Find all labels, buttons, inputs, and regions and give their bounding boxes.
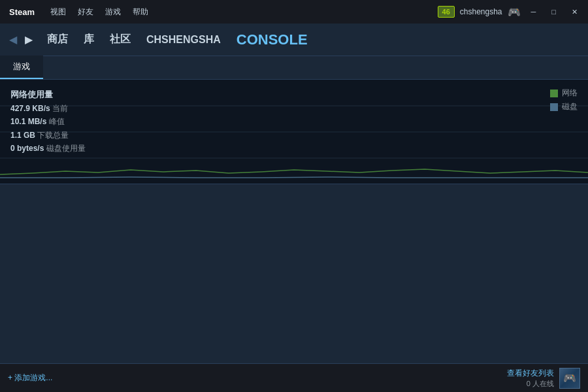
stat-peak-value: 10.1 MB/s: [10, 117, 46, 126]
friend-list-button[interactable]: 查看好友列表: [507, 368, 554, 379]
legend-network: 网络: [550, 88, 578, 99]
legend-network-color: [550, 90, 558, 97]
stat-peak-label: 峰值: [49, 117, 65, 126]
tab-games[interactable]: 游戏: [0, 56, 43, 79]
main-content: 网络使用量 427.9 KB/s 当前 10.1 MB/s 峰值 1.1 GB …: [0, 80, 588, 377]
friend-online-count: 0 人在线: [507, 379, 554, 389]
avatar-image: 🎮: [560, 368, 580, 388]
legend-network-label: 网络: [562, 88, 578, 99]
stat-disk: 0 bytes/s 磁盘使用量: [10, 142, 86, 155]
minimize-button[interactable]: ─: [526, 5, 542, 18]
add-game-button[interactable]: + 添加游戏...: [8, 372, 52, 384]
nav-community[interactable]: 社区: [103, 27, 137, 52]
legend-disk-color: [550, 103, 558, 111]
close-button[interactable]: ✕: [566, 5, 583, 19]
stat-peak: 10.1 MB/s 峰值: [10, 115, 86, 128]
nav-username[interactable]: CHSHENGSHA: [140, 29, 227, 51]
legend-disk-label: 磁盘: [562, 101, 578, 112]
friend-avatar[interactable]: 🎮: [559, 368, 580, 389]
friend-section: 查看好友列表 0 人在线 🎮: [507, 368, 580, 389]
menu-help[interactable]: 帮助: [127, 4, 154, 20]
nav-store[interactable]: 商店: [41, 27, 74, 52]
chart-area: 网络使用量 427.9 KB/s 当前 10.1 MB/s 峰值 1.1 GB …: [0, 80, 588, 184]
steam-logo[interactable]: Steam: [5, 6, 39, 18]
stats-overlay: 网络使用量 427.9 KB/s 当前 10.1 MB/s 峰值 1.1 GB …: [10, 88, 86, 155]
stat-total-label: 下载总量: [37, 131, 69, 140]
chart-legend: 网络 磁盘: [550, 88, 578, 112]
menu-games[interactable]: 游戏: [100, 4, 126, 20]
back-arrow[interactable]: ◀: [7, 31, 20, 48]
stat-current-value: 427.9 KB/s: [10, 104, 50, 113]
controller-icon[interactable]: 🎮: [508, 6, 521, 18]
nav-console[interactable]: CONSOLE: [230, 26, 314, 54]
titlebar: Steam 视图 好友 游戏 帮助 46 chshengsha 🎮 ─ □ ✕: [0, 0, 588, 24]
tabbar: 游戏: [0, 56, 588, 80]
nav-library[interactable]: 库: [77, 27, 101, 52]
stat-current: 427.9 KB/s 当前: [10, 102, 86, 115]
navbar: ◀ ▶ 商店 库 社区 CHSHENGSHA CONSOLE: [0, 24, 588, 56]
stat-current-label: 当前: [52, 104, 68, 113]
forward-arrow[interactable]: ▶: [22, 31, 35, 48]
bottombar: + 添加游戏... 查看好友列表 0 人在线 🎮: [0, 363, 588, 392]
titlebar-right: 46 chshengsha 🎮 ─ □ ✕: [438, 5, 583, 19]
friend-info: 查看好友列表 0 人在线: [507, 368, 554, 389]
nav-links: 商店 库 社区 CHSHENGSHA CONSOLE: [41, 26, 314, 54]
stat-total: 1.1 GB 下载总量: [10, 129, 86, 142]
menu-friends[interactable]: 好友: [73, 4, 99, 20]
nav-arrows: ◀ ▶: [7, 31, 35, 48]
legend-disk: 磁盘: [550, 101, 578, 112]
stat-disk-value: 0 bytes/s: [10, 144, 44, 153]
chart-title: 网络使用量: [10, 88, 86, 102]
menu-view[interactable]: 视图: [45, 4, 71, 20]
username-label: chshengsha: [460, 7, 502, 16]
empty-area: [0, 184, 588, 377]
stat-disk-label: 磁盘使用量: [46, 144, 86, 153]
titlebar-menu: 视图 好友 游戏 帮助: [45, 4, 438, 20]
notification-badge[interactable]: 46: [438, 6, 455, 18]
restore-button[interactable]: □: [546, 5, 561, 18]
network-chart: [0, 80, 588, 184]
stat-total-value: 1.1 GB: [10, 131, 35, 140]
